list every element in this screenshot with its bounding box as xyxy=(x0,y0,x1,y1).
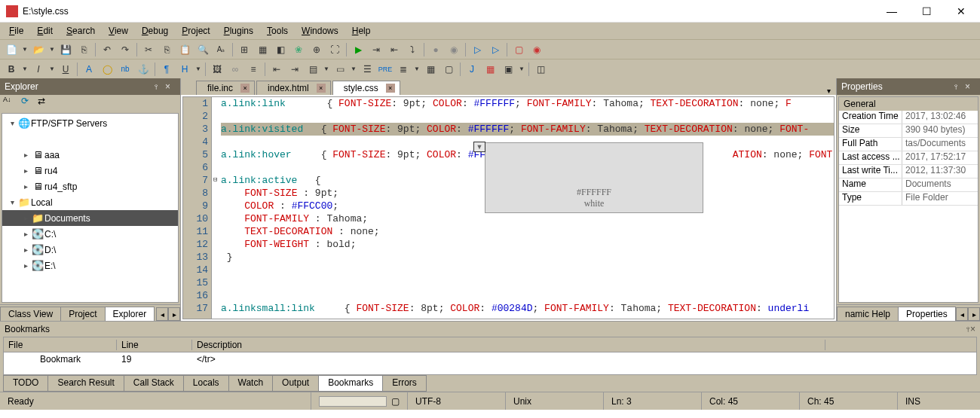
editor-tab[interactable]: index.html× xyxy=(256,81,331,95)
form-button[interactable]: ▢ xyxy=(440,61,457,78)
align-button[interactable]: ▤ xyxy=(305,61,321,78)
list-button[interactable]: ≣ xyxy=(395,61,412,78)
dropdown-icon[interactable]: ▼ xyxy=(21,41,29,58)
save-all-button[interactable]: ⎘ xyxy=(75,41,92,58)
tree-item[interactable]: ▸🖥ru4_sftp xyxy=(2,178,178,194)
fullscreen-button[interactable]: ⛶ xyxy=(326,41,343,58)
italic-button[interactable]: I xyxy=(30,61,47,78)
pin-icon[interactable]: ⫯ xyxy=(155,83,165,91)
pin-icon[interactable]: ⫯ xyxy=(954,83,965,91)
properties-grid[interactable]: General Creation Time2017, 13:02:46Size3… xyxy=(838,96,978,303)
menu-edit[interactable]: Edit xyxy=(31,24,59,38)
expand-icon[interactable]: ▸ xyxy=(20,230,31,238)
bold-button[interactable]: B xyxy=(3,61,20,78)
dropdown-icon[interactable]: ▼ xyxy=(48,61,56,78)
menu-debug[interactable]: Debug xyxy=(136,24,174,38)
output-tab-output[interactable]: Output xyxy=(272,375,319,392)
find-button[interactable]: 🔍 xyxy=(194,41,211,58)
table-button[interactable]: ▦ xyxy=(422,61,439,78)
run-button[interactable]: ▶ xyxy=(350,41,366,58)
refresh-button[interactable]: ⟳ xyxy=(21,96,36,111)
property-row[interactable]: NameDocuments xyxy=(839,178,978,192)
explorer-tab-explorer[interactable]: Explorer xyxy=(105,307,155,321)
property-row[interactable]: Last write Ti...2012, 11:37:30 xyxy=(839,165,978,178)
tool-button[interactable]: ⊕ xyxy=(308,41,325,58)
property-row[interactable]: Last access ...2017, 17:52:17 xyxy=(839,151,978,165)
menu-help[interactable]: Help xyxy=(346,24,377,38)
expand-icon[interactable]: ▸ xyxy=(20,214,31,222)
property-row[interactable]: Creation Time2017, 13:02:46 xyxy=(839,111,978,124)
expand-icon[interactable]: ▾ xyxy=(7,198,17,206)
step-button[interactable]: ⇤ xyxy=(386,41,403,58)
undo-button[interactable]: ↶ xyxy=(99,41,115,58)
breakpoint-button[interactable]: ● xyxy=(427,41,444,58)
sync-button[interactable]: ⇄ xyxy=(38,96,53,111)
output-tab-bookmarks[interactable]: Bookmarks xyxy=(318,375,383,392)
underline-button[interactable]: U xyxy=(57,61,74,78)
tab-close-icon[interactable]: × xyxy=(386,84,395,93)
output-tab-call-stack[interactable]: Call Stack xyxy=(124,375,184,392)
play-button[interactable]: ▷ xyxy=(487,41,504,58)
close-button[interactable]: ✕ xyxy=(944,0,978,23)
property-row[interactable]: Full Pathtas/Documents xyxy=(839,138,978,151)
tree-item[interactable]: ▾📁Local xyxy=(2,194,178,210)
tree-item[interactable]: ▸💽E:\ xyxy=(2,258,178,273)
close-icon[interactable]: × xyxy=(965,81,975,92)
dropdown-button[interactable]: ▼ xyxy=(473,142,485,152)
color-button[interactable]: ◯ xyxy=(99,61,115,78)
new-file-button[interactable]: 📄 xyxy=(3,41,20,58)
expand-icon[interactable]: ▾ xyxy=(7,119,17,127)
explorer-tree[interactable]: ▾🌐FTP/SFTP Servers▸🖥aaa▸🖥ru4▸🖥ru4_sftp▾📁… xyxy=(2,113,179,303)
indent-button[interactable]: ⇥ xyxy=(286,61,303,78)
cut-button[interactable]: ✂ xyxy=(140,41,157,58)
tree-item[interactable]: ▾🌐FTP/SFTP Servers xyxy=(2,115,178,131)
status-ins[interactable]: INS xyxy=(897,392,980,410)
step-button[interactable]: ⇥ xyxy=(368,41,384,58)
indent-button[interactable]: ⇤ xyxy=(268,61,285,78)
dropdown-icon[interactable]: ▼ xyxy=(323,61,330,78)
record-button[interactable]: ◉ xyxy=(528,41,545,58)
record-button[interactable]: ▢ xyxy=(510,41,527,58)
nbsp-button[interactable]: nb xyxy=(117,61,133,78)
menu-windows[interactable]: Windows xyxy=(296,24,345,38)
tab-next-button[interactable]: ▸ xyxy=(168,307,180,321)
dropdown-icon[interactable]: ▼ xyxy=(194,61,202,78)
status-eol[interactable]: Unix xyxy=(505,392,603,410)
tool-button[interactable]: ⊞ xyxy=(236,41,253,58)
bookmark-row[interactable]: Bookmark19</tr> xyxy=(4,352,976,366)
template-button[interactable]: ▣ xyxy=(500,61,516,78)
bookmarks-column-header[interactable]: Line xyxy=(117,340,192,350)
play-button[interactable]: ▷ xyxy=(469,41,485,58)
bookmarks-column-header[interactable]: Description xyxy=(192,340,825,350)
property-row[interactable]: Size390 940 bytes) xyxy=(839,124,978,138)
props-tab[interactable]: Properties xyxy=(898,307,956,321)
tab-prev-button[interactable]: ◂ xyxy=(156,307,168,321)
status-encoding[interactable]: UTF-8 xyxy=(407,392,505,410)
dropdown-icon[interactable]: ▼ xyxy=(518,61,525,78)
sort-button[interactable]: A↓ xyxy=(3,96,18,111)
close-icon[interactable]: × xyxy=(165,81,176,92)
dropdown-icon[interactable]: ▼ xyxy=(413,61,421,78)
output-tab-search-result[interactable]: Search Result xyxy=(47,375,124,392)
tab-prev-button[interactable]: ◂ xyxy=(956,307,968,321)
frame-button[interactable]: ◫ xyxy=(532,61,549,78)
pre-button[interactable]: PRE xyxy=(377,61,394,78)
hr-button[interactable]: ≡ xyxy=(245,61,262,78)
editor-tab[interactable]: style.css× xyxy=(332,81,400,95)
list-button[interactable]: ☰ xyxy=(359,61,375,78)
editor-tab[interactable]: file.inc× xyxy=(196,81,255,95)
dropdown-icon[interactable]: ▼ xyxy=(48,41,56,58)
menu-search[interactable]: Search xyxy=(60,24,101,38)
tab-next-button[interactable]: ▸ xyxy=(968,307,980,321)
font-button[interactable]: A xyxy=(81,61,97,78)
menu-file[interactable]: File xyxy=(3,24,29,38)
expand-icon[interactable]: ▸ xyxy=(20,261,31,270)
expand-icon[interactable]: ▸ xyxy=(20,246,31,254)
output-tab-errors[interactable]: Errors xyxy=(382,375,427,392)
bookmarks-column-header[interactable]: File xyxy=(4,340,117,350)
step-button[interactable]: ⤵ xyxy=(404,41,421,58)
box-button[interactable]: ▭ xyxy=(332,61,348,78)
image-button[interactable]: 🖼 xyxy=(209,61,225,78)
tree-item[interactable]: ▸📁Documents xyxy=(2,210,178,226)
js-button[interactable]: J xyxy=(464,61,480,78)
